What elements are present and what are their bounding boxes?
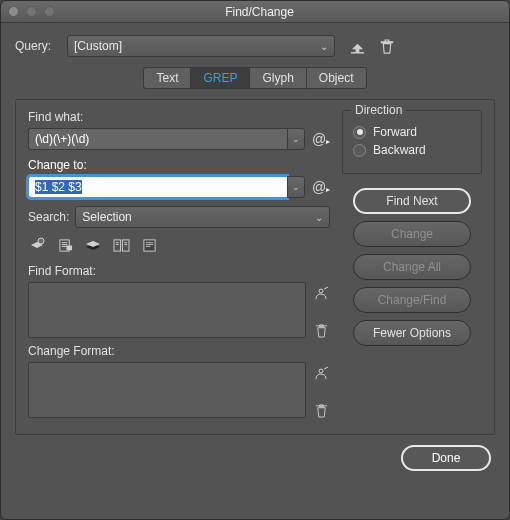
svg-point-0: [38, 238, 44, 244]
find-what-dropdown[interactable]: ⌄: [287, 128, 305, 150]
tab-object[interactable]: Object: [306, 67, 367, 89]
chevron-down-icon: ⌄: [315, 212, 323, 223]
special-char-change-icon[interactable]: @▸: [312, 179, 330, 195]
titlebar: Find/Change: [1, 1, 509, 23]
direction-backward[interactable]: Backward: [353, 143, 471, 157]
direction-group: Direction Forward Backward: [342, 110, 482, 174]
special-char-find-icon[interactable]: @▸: [312, 131, 330, 147]
change-format-label: Change Format:: [28, 344, 330, 358]
find-format-box[interactable]: [28, 282, 306, 338]
svg-rect-2: [66, 245, 72, 250]
done-button[interactable]: Done: [401, 445, 491, 471]
query-select[interactable]: [Custom] ⌄: [67, 35, 335, 57]
master-pages-icon[interactable]: [112, 236, 130, 254]
footnotes-icon[interactable]: [140, 236, 158, 254]
change-to-dropdown[interactable]: ⌄: [287, 176, 305, 198]
window-title: Find/Change: [17, 5, 502, 19]
delete-query-icon[interactable]: [379, 38, 395, 54]
hidden-layers-icon[interactable]: [84, 236, 102, 254]
fewer-options-button[interactable]: Fewer Options: [353, 320, 471, 346]
clear-find-format-icon[interactable]: [313, 322, 329, 338]
search-label: Search:: [28, 210, 69, 224]
tab-grep[interactable]: GREP: [190, 67, 249, 89]
tab-glyph[interactable]: Glyph: [249, 67, 305, 89]
change-format-box[interactable]: [28, 362, 306, 418]
locked-layers-icon[interactable]: [28, 236, 46, 254]
change-to-input[interactable]: [28, 176, 287, 198]
svg-rect-4: [122, 239, 129, 250]
svg-rect-3: [114, 239, 121, 250]
query-label: Query:: [15, 39, 67, 53]
find-what-input[interactable]: [28, 128, 287, 150]
find-next-button[interactable]: Find Next: [353, 188, 471, 214]
change-find-button[interactable]: Change/Find: [353, 287, 471, 313]
clear-change-format-icon[interactable]: [313, 402, 329, 418]
locked-stories-icon[interactable]: [56, 236, 74, 254]
save-query-icon[interactable]: [349, 38, 365, 54]
chevron-down-icon: ⌄: [320, 41, 328, 52]
tabs: Text GREP Glyph Object: [15, 67, 495, 89]
specify-change-format-icon[interactable]: [313, 366, 329, 382]
change-to-label: Change to:: [28, 158, 330, 172]
specify-find-format-icon[interactable]: [313, 286, 329, 302]
radio-off-icon: [353, 144, 366, 157]
change-all-button[interactable]: Change All: [353, 254, 471, 280]
find-what-label: Find what:: [28, 110, 330, 124]
radio-on-icon: [353, 126, 366, 139]
find-change-window: Find/Change Query: [Custom] ⌄ Text GREP …: [0, 0, 510, 520]
find-format-label: Find Format:: [28, 264, 330, 278]
tab-text[interactable]: Text: [143, 67, 190, 89]
change-button[interactable]: Change: [353, 221, 471, 247]
direction-forward[interactable]: Forward: [353, 125, 471, 139]
direction-label: Direction: [351, 103, 406, 117]
svg-rect-5: [143, 239, 154, 250]
search-scope-select[interactable]: Selection ⌄: [75, 206, 330, 228]
